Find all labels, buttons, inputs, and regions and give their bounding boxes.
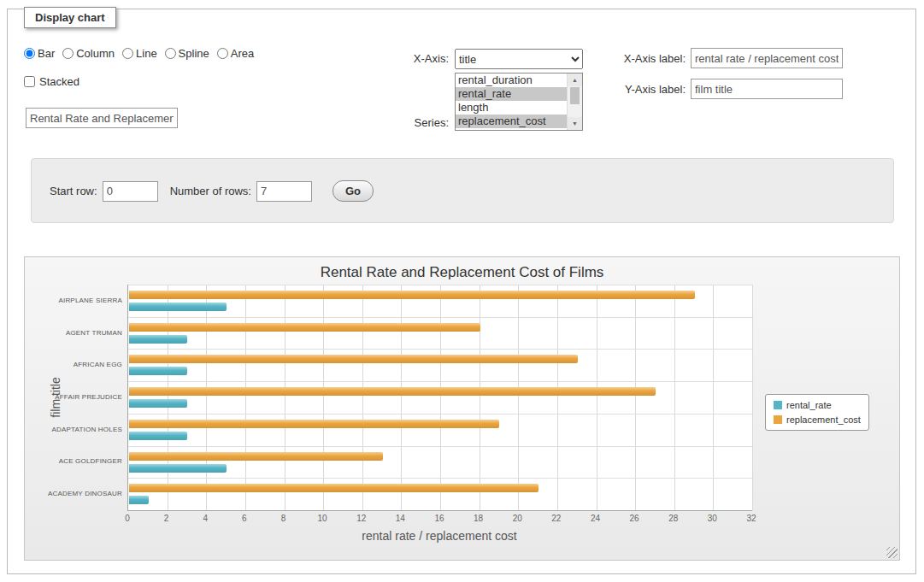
x-axis-title: rental rate / replacement cost [127, 529, 751, 543]
num-rows-input[interactable] [256, 181, 312, 202]
chart-type-label: Bar [38, 47, 55, 60]
bar-replacement_cost[interactable] [129, 484, 539, 492]
legend-label: rental_rate [786, 400, 832, 410]
series-option-rental_duration[interactable]: rental_duration [456, 73, 567, 87]
bar-replacement_cost[interactable] [129, 420, 499, 428]
start-row-label: Start row: [50, 185, 97, 197]
chart-legend: rental_ratereplacement_cost [765, 394, 869, 431]
x-tick-label: 6 [233, 514, 256, 523]
vertical-gridline [674, 285, 675, 510]
x-axis-select-label: X-Axis: [355, 52, 449, 65]
x-tick-label: 20 [506, 514, 528, 523]
x-tick-label: 14 [389, 514, 411, 523]
scrollbar-thumb[interactable] [570, 87, 580, 104]
series-scrollbar[interactable]: ▲ ▼ [567, 73, 582, 130]
chart-type-radio-column[interactable] [62, 48, 74, 59]
chart-type-radio-area[interactable] [217, 48, 228, 59]
bar-replacement_cost[interactable] [129, 452, 383, 461]
chart-type-label: Column [76, 47, 115, 60]
chart-type-label: Line [136, 47, 157, 60]
x-tick-label: 12 [350, 514, 373, 523]
chart-type-radio-bar[interactable] [24, 48, 35, 59]
chart-type-option-column[interactable]: Column [62, 47, 115, 60]
category-label: AIRPLANE SIERRA [30, 297, 122, 304]
chart-type-label: Area [231, 47, 254, 60]
category-label: ACADEMY DINOSAUR [30, 490, 122, 497]
vertical-gridline [480, 285, 480, 510]
horizontal-gridline [128, 381, 752, 382]
x-tick-label: 2 [156, 514, 178, 523]
x-tick-label: 16 [428, 514, 450, 523]
bar-rental_rate[interactable] [129, 464, 227, 473]
x-axis-select[interactable]: title [455, 49, 583, 69]
series-listbox-label: Series: [355, 116, 449, 129]
bar-rental_rate[interactable] [129, 432, 187, 440]
horizontal-gridline [128, 446, 752, 447]
chart-resize-handle[interactable] [886, 547, 898, 558]
x-tick-label: 26 [623, 514, 645, 523]
vertical-gridline [206, 285, 207, 510]
x-tick-label: 22 [545, 514, 568, 523]
x-tick-label: 4 [194, 514, 216, 523]
scroll-up-icon[interactable]: ▲ [568, 73, 582, 86]
horizontal-gridline [128, 478, 752, 479]
vertical-gridline [713, 285, 714, 510]
vertical-gridline [518, 285, 519, 510]
chart-container: Rental Rate and Replacement Cost of Film… [24, 256, 900, 561]
vertical-gridline [635, 285, 636, 510]
chart-type-option-bar[interactable]: Bar [24, 47, 55, 60]
bar-rental_rate[interactable] [129, 367, 187, 375]
vertical-gridline [285, 285, 285, 510]
series-option-rental_rate[interactable]: rental_rate [456, 87, 567, 101]
scrollbar-track[interactable] [568, 105, 582, 117]
vertical-gridline [752, 285, 753, 510]
vertical-gridline [245, 285, 246, 510]
x-axis-label-input[interactable] [691, 48, 843, 68]
horizontal-gridline [128, 285, 752, 285]
category-label: ADAPTATION HOLES [30, 426, 122, 433]
stacked-checkbox[interactable] [24, 76, 35, 87]
chart-type-option-area[interactable]: Area [217, 47, 254, 60]
x-tick-label: 10 [311, 514, 333, 523]
bar-replacement_cost[interactable] [129, 355, 578, 363]
plot-area [127, 285, 752, 511]
vertical-gridline [597, 285, 597, 510]
series-listbox[interactable]: rental_durationrental_ratelengthreplacem… [455, 73, 583, 131]
series-option-length[interactable]: length [456, 101, 567, 115]
chart-title-input[interactable] [26, 108, 178, 128]
vertical-gridline [440, 285, 441, 510]
series-option-replacement_cost[interactable]: replacement_cost [456, 115, 567, 128]
vertical-gridline [557, 285, 558, 510]
chart-type-radio-group: BarColumnLineSplineArea [24, 47, 262, 60]
horizontal-gridline [128, 317, 752, 318]
x-tick-label: 30 [701, 514, 723, 523]
vertical-gridline [168, 285, 168, 510]
bar-rental_rate[interactable] [129, 496, 149, 504]
x-tick-label: 32 [740, 514, 762, 523]
num-rows-label: Number of rows: [170, 185, 251, 197]
start-row-input[interactable] [103, 181, 158, 202]
legend-item-replacement_cost[interactable]: replacement_cost [774, 414, 861, 425]
chart-type-option-spline[interactable]: Spline [165, 47, 209, 60]
x-tick-label: 28 [662, 514, 685, 523]
legend-swatch [774, 401, 782, 409]
category-label: ACE GOLDFINGER [30, 457, 122, 465]
chart-type-radio-spline[interactable] [165, 48, 176, 59]
bar-replacement_cost[interactable] [129, 387, 656, 396]
chart-type-radio-line[interactable] [122, 48, 133, 59]
scroll-down-icon[interactable]: ▼ [568, 117, 582, 130]
bar-rental_rate[interactable] [129, 303, 227, 311]
bar-rental_rate[interactable] [129, 335, 187, 344]
vertical-gridline [323, 285, 324, 510]
chart-type-option-line[interactable]: Line [122, 47, 157, 60]
go-button[interactable]: Go [333, 180, 374, 202]
bar-replacement_cost[interactable] [129, 323, 480, 332]
y-axis-label-input[interactable] [691, 79, 843, 99]
legend-item-rental_rate[interactable]: rental_rate [774, 400, 861, 410]
chart-type-label: Spline [179, 47, 209, 60]
bar-replacement_cost[interactable] [129, 291, 695, 299]
stacked-checkbox-row[interactable]: Stacked [24, 75, 79, 88]
bar-rental_rate[interactable] [129, 399, 187, 408]
panel-title: Display chart [24, 7, 116, 28]
category-label: AGENT TRUMAN [30, 329, 122, 337]
